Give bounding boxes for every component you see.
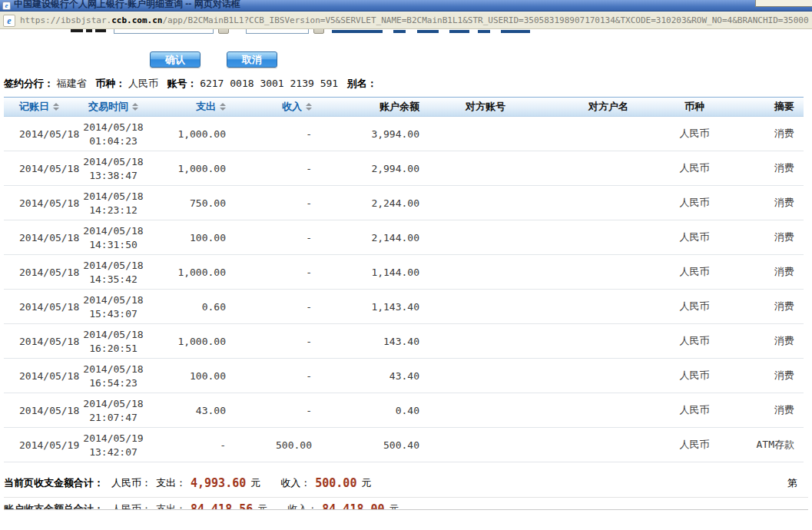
page-ie-icon: e — [3, 15, 15, 27]
time-line: 14:31:50 — [89, 239, 138, 250]
time-date-line: 2014/05/18 — [83, 398, 143, 409]
table-row: 2014/05/182014/05/1814:23:12750.00-2,244… — [4, 186, 804, 220]
amount-out: 750.00 — [150, 186, 230, 220]
totals-out-value: 84,418.56 — [191, 498, 253, 510]
column-header-out[interactable]: 支出 — [150, 98, 230, 116]
amount-in: 500.00 — [230, 428, 317, 462]
page-out-unit: 元 — [250, 476, 260, 490]
counterparty-name — [547, 290, 670, 323]
page-in-label: 收入： — [280, 476, 310, 490]
row-currency: 人民币 — [670, 255, 719, 289]
amount-in: - — [230, 220, 317, 254]
transaction-time: 2014/05/1814:31:50 — [77, 220, 150, 254]
window-title: 中国建设银行个人网上银行-账户明细查询 -- 网页对话框 — [14, 0, 240, 11]
account-balance: 0.40 — [317, 393, 424, 427]
transaction-date: 2014/05/18 — [4, 151, 77, 185]
counterparty-account — [424, 186, 547, 220]
column-label: 摘要 — [774, 100, 794, 114]
row-summary: 消费 — [719, 117, 804, 151]
amount-out: 0.60 — [150, 290, 230, 323]
clipped-label-fragment — [95, 29, 106, 32]
table-row: 2014/05/182014/05/1801:04:231,000.00-3,9… — [4, 117, 804, 151]
time-date-line: 2014/05/18 — [83, 329, 143, 340]
address-bar[interactable]: e https://ibsbjstar.ccb.com.cn/app/B2CMa… — [0, 12, 812, 29]
confirm-button[interactable]: 确认 — [150, 51, 201, 68]
date-to-picker-button[interactable] — [313, 29, 324, 34]
row-currency: 人民币 — [670, 117, 719, 151]
column-header-in[interactable]: 收入 — [230, 98, 317, 116]
time-line: 14:35:42 — [89, 273, 138, 285]
column-label: 支出 — [196, 100, 216, 114]
counterparty-name — [547, 359, 670, 393]
page-in-value: 500.00 — [315, 476, 356, 490]
table-row: 2014/05/182014/05/1816:20:511,000.00-143… — [4, 324, 804, 359]
totals-out-unit: 元 — [257, 498, 267, 510]
account-totals-clipped: 账户收支金额总合计： 人民币： 支出： 84,418.56 元 收入： 84,4… — [4, 498, 808, 510]
column-header-cp_account: 对方账号 — [424, 98, 547, 116]
page-summary: 当前页收支金额合计： 人民币： 支出： 4,993.60 元 收入： 500.0… — [4, 469, 808, 498]
counterparty-name — [547, 151, 670, 185]
time-date-line: 2014/05/18 — [83, 294, 143, 306]
time-date-line: 2014/05/18 — [83, 260, 143, 271]
alias-label: 别名： — [347, 78, 377, 89]
sort-arrows-icon — [53, 103, 59, 111]
cancel-button[interactable]: 取消 — [227, 51, 277, 68]
column-header-time[interactable]: 交易时间 — [77, 98, 150, 116]
column-label: 币种 — [684, 100, 704, 114]
column-header-date[interactable]: 记账日 — [4, 98, 77, 116]
amount-in: - — [230, 255, 317, 289]
row-summary: 消费 — [719, 359, 804, 393]
row-currency: 人民币 — [670, 220, 719, 254]
totals-currency: 人民币： — [111, 498, 151, 510]
counterparty-account — [424, 359, 547, 393]
row-summary: 消费 — [719, 220, 804, 254]
amount-in: - — [230, 393, 317, 427]
column-label: 对方户名 — [588, 100, 628, 114]
address-url: https://ibsbjstar.ccb.com.cn/app/B2CMain… — [20, 15, 809, 25]
currency-label: 币种： — [95, 78, 125, 89]
counterparty-name — [547, 220, 670, 254]
date-from-input[interactable] — [114, 29, 214, 34]
account-balance: 500.40 — [317, 428, 424, 462]
counterparty-account — [424, 220, 547, 254]
totals-in-unit: 元 — [389, 498, 399, 510]
table-row: 2014/05/182014/05/1815:43:070.60-1,143.4… — [4, 290, 804, 324]
counterparty-name — [547, 186, 670, 220]
column-header-balance: 账户余额 — [317, 98, 424, 116]
row-currency: 人民币 — [670, 359, 719, 393]
row-currency: 人民币 — [670, 290, 719, 323]
clipped-link-fragment — [332, 30, 383, 33]
counterparty-account — [424, 393, 547, 427]
account-balance: 2,144.00 — [317, 220, 424, 254]
counterparty-account — [424, 290, 547, 323]
time-line: 13:42:07 — [89, 446, 138, 458]
branch-label: 签约分行： — [4, 78, 54, 89]
amount-in: - — [230, 359, 317, 393]
counterparty-name — [547, 255, 670, 289]
time-line: 15:43:07 — [89, 308, 138, 320]
table-body: 2014/05/182014/05/1801:04:231,000.00-3,9… — [4, 117, 804, 462]
transaction-time: 2014/05/1801:04:23 — [77, 117, 150, 151]
row-currency: 人民币 — [670, 324, 719, 358]
transaction-time: 2014/05/1816:20:51 — [77, 324, 150, 358]
account-balance: 143.40 — [317, 324, 424, 358]
transaction-time: 2014/05/1815:43:07 — [77, 290, 150, 323]
counterparty-account — [424, 324, 547, 358]
amount-in: - — [230, 117, 317, 151]
row-currency: 人民币 — [670, 151, 719, 185]
counterparty-account — [424, 428, 547, 462]
date-to-input[interactable] — [246, 29, 309, 34]
transaction-date: 2014/05/18 — [4, 186, 77, 220]
counterparty-account — [424, 151, 547, 185]
time-line: 21:07:47 — [89, 412, 138, 423]
page-summary-currency: 人民币： — [111, 476, 151, 490]
clipped-label-fragment — [71, 29, 83, 32]
account-number: 6217 0018 3001 2139 591 — [200, 78, 338, 89]
account-balance: 43.40 — [317, 359, 424, 393]
column-header-cp_name: 对方户名 — [547, 98, 670, 116]
date-from-picker-button[interactable] — [218, 29, 229, 34]
amount-in: - — [230, 324, 317, 358]
table-row: 2014/05/182014/05/1814:35:421,000.00-1,1… — [4, 255, 804, 290]
clipped-link-fragment — [501, 30, 530, 33]
time-line: 14:23:12 — [89, 204, 138, 216]
